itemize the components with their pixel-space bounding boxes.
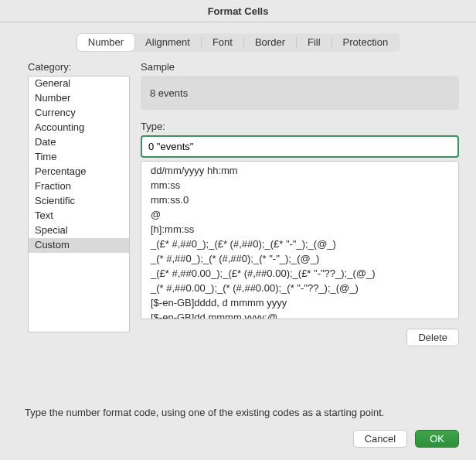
tab-fill[interactable]: Fill [297,34,332,51]
type-label: Type: [141,121,459,132]
category-item-custom[interactable]: Custom [29,238,129,253]
format-code-list[interactable]: dd/mm/yyyy hh:mmmm:ssmm:ss.0@[h]:mm:ss_(… [141,161,459,319]
format-code-item[interactable]: [$-en-GB]dd mmmm yyyy;@ [141,310,458,319]
content-area: Category: GeneralNumberCurrencyAccountin… [0,61,476,346]
format-code-item[interactable]: mm:ss.0 [141,193,458,207]
format-code-item[interactable]: _(£* #,##0.00_);_(£* (#,##0.00);_(£* "-"… [141,266,458,281]
delete-button[interactable]: Delete [406,329,459,346]
tab-alignment[interactable]: Alignment [134,34,201,51]
dialog-title: Format Cells [0,0,476,22]
format-code-item[interactable]: mm:ss [141,178,458,193]
format-code-item[interactable]: dd/mm/yyyy hh:mm [141,163,458,178]
tab-border[interactable]: Border [244,34,296,51]
format-code-item[interactable]: [$-en-GB]dddd, d mmmm yyyy [141,295,458,310]
category-item-fraction[interactable]: Fraction [29,179,129,194]
category-item-text[interactable]: Text [29,209,129,223]
delete-row: Delete [141,329,459,346]
category-list[interactable]: GeneralNumberCurrencyAccountingDateTimeP… [28,76,130,332]
category-item-number[interactable]: Number [29,91,129,106]
tabs-container: Number Alignment Font Border Fill Protec… [0,22,476,61]
category-label: Category: [28,61,130,73]
tab-protection[interactable]: Protection [332,34,400,51]
cancel-button[interactable]: Cancel [353,430,407,448]
category-item-time[interactable]: Time [29,150,129,165]
type-section: Type: dd/mm/yyyy hh:mmmm:ssmm:ss.0@[h]:m… [141,121,459,346]
type-input[interactable] [141,135,459,158]
category-item-accounting[interactable]: Accounting [29,121,129,135]
details-column: Sample 8 events Type: dd/mm/yyyy hh:mmmm… [141,61,459,346]
ok-button[interactable]: OK [415,430,459,448]
hint-text: Type the number format code, using one o… [25,407,384,418]
format-code-item[interactable]: @ [141,207,458,222]
sample-preview: 8 events [141,76,459,110]
tab-font[interactable]: Font [202,34,243,51]
category-item-currency[interactable]: Currency [29,106,129,121]
category-item-scientific[interactable]: Scientific [29,194,129,209]
format-code-item[interactable]: _(* #,##0_);_(* (#,##0);_(* "-"_);_(@_) [141,251,458,266]
category-item-date[interactable]: Date [29,135,129,150]
category-column: Category: GeneralNumberCurrencyAccountin… [28,61,130,346]
tab-number[interactable]: Number [77,34,134,51]
sample-label: Sample [141,61,459,73]
format-code-item[interactable]: _(£* #,##0_);_(£* (#,##0);_(£* "-"_);_(@… [141,237,458,251]
category-item-general[interactable]: General [29,77,129,91]
category-item-percentage[interactable]: Percentage [29,165,129,179]
tab-group: Number Alignment Font Border Fill Protec… [76,33,400,52]
format-code-item[interactable]: [h]:mm:ss [141,222,458,237]
dialog-footer: Cancel OK [353,430,459,448]
format-code-item[interactable]: _(* #,##0.00_);_(* (#,##0.00);_(* "-"??_… [141,281,458,295]
category-item-special[interactable]: Special [29,223,129,238]
